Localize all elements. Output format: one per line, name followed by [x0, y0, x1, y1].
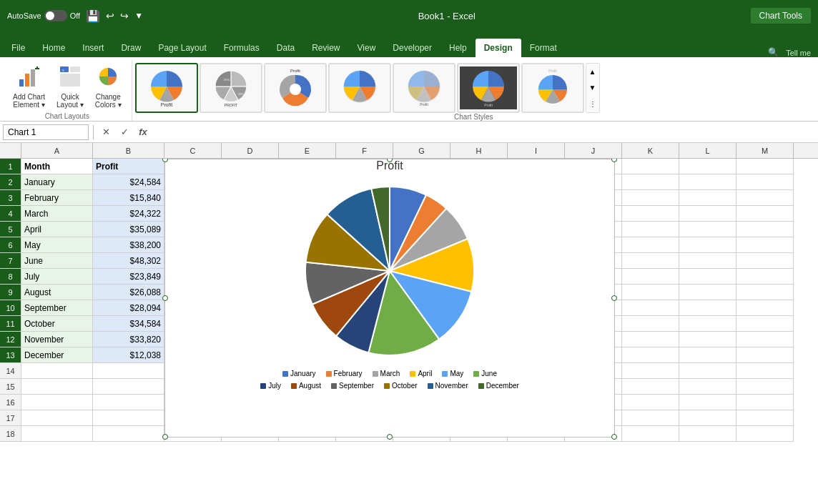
col-header-j[interactable]: J: [565, 143, 622, 158]
cell-m14[interactable]: [736, 363, 794, 379]
cell-b13[interactable]: $12,038: [93, 347, 164, 363]
cell-a8[interactable]: July: [21, 269, 93, 285]
cell-k11[interactable]: [622, 316, 679, 332]
col-header-h[interactable]: H: [450, 143, 508, 158]
cell-m17[interactable]: [736, 410, 794, 426]
cell-k3[interactable]: [622, 190, 679, 206]
cell-m4[interactable]: [736, 206, 794, 222]
cell-l4[interactable]: [679, 206, 736, 222]
chart-style-6[interactable]: Profit: [457, 63, 520, 113]
cell-l6[interactable]: [679, 237, 736, 253]
col-header-d[interactable]: D: [222, 143, 279, 158]
chart-overlay[interactable]: Profit JanuaryFebruaryMarchAprilMayJuneJ…: [164, 159, 615, 438]
chart-style-4[interactable]: [328, 63, 391, 113]
handle-bottom[interactable]: [387, 434, 393, 440]
cell-b9[interactable]: $26,088: [93, 285, 164, 300]
cell-m1[interactable]: [736, 159, 794, 174]
cell-b7[interactable]: $48,302: [93, 253, 164, 269]
function-button[interactable]: fx: [135, 124, 151, 140]
cell-k10[interactable]: [622, 300, 679, 316]
cell-a12[interactable]: November: [21, 332, 93, 347]
cell-k18[interactable]: [622, 426, 679, 442]
change-colors-button[interactable]: ChangeColors ▾: [91, 63, 126, 111]
cell-k5[interactable]: [622, 222, 679, 237]
col-header-b[interactable]: B: [93, 143, 164, 158]
tab-home[interactable]: Home: [34, 39, 74, 57]
handle-left[interactable]: [162, 295, 168, 301]
cell-m3[interactable]: [736, 190, 794, 206]
cell-a16[interactable]: [21, 395, 93, 410]
cell-a9[interactable]: August: [21, 285, 93, 300]
cancel-button[interactable]: ✕: [98, 124, 114, 140]
handle-bottom-left[interactable]: [162, 434, 168, 440]
cell-a11[interactable]: October: [21, 316, 93, 332]
tab-format[interactable]: Format: [521, 39, 566, 57]
cell-a5[interactable]: April: [21, 222, 93, 237]
cell-l10[interactable]: [679, 300, 736, 316]
cell-k1[interactable]: [622, 159, 679, 174]
cell-l2[interactable]: [679, 174, 736, 190]
col-header-g[interactable]: G: [393, 143, 450, 158]
tab-design[interactable]: Design: [475, 39, 521, 57]
tab-review[interactable]: Review: [303, 39, 348, 57]
cell-b17[interactable]: [93, 410, 164, 426]
col-header-l[interactable]: L: [679, 143, 736, 158]
confirm-button[interactable]: ✓: [117, 124, 132, 140]
cell-a6[interactable]: May: [21, 237, 93, 253]
cell-l15[interactable]: [679, 379, 736, 395]
tab-developer[interactable]: Developer: [384, 39, 440, 57]
scroll-down-icon[interactable]: ▼: [589, 84, 596, 92]
cell-m15[interactable]: [736, 379, 794, 395]
chart-style-1[interactable]: Profit: [135, 63, 198, 113]
cell-a18[interactable]: [21, 426, 93, 442]
chart-style-scroll[interactable]: ▲ ▼ ⋮: [586, 63, 600, 113]
cell-l14[interactable]: [679, 363, 736, 379]
cell-k14[interactable]: [622, 363, 679, 379]
cell-m11[interactable]: [736, 316, 794, 332]
cell-l11[interactable]: [679, 316, 736, 332]
cell-b1[interactable]: Profit: [93, 159, 164, 174]
cell-k8[interactable]: [622, 269, 679, 285]
cell-m7[interactable]: [736, 253, 794, 269]
tab-insert[interactable]: Insert: [74, 39, 112, 57]
cell-m16[interactable]: [736, 395, 794, 410]
customize-icon[interactable]: ▼: [134, 11, 143, 21]
save-icon[interactable]: 💾: [86, 9, 100, 23]
cell-a10[interactable]: September: [21, 300, 93, 316]
autosave-toggle[interactable]: [44, 10, 67, 21]
cell-k15[interactable]: [622, 379, 679, 395]
cell-k16[interactable]: [622, 395, 679, 410]
formula-input[interactable]: [154, 124, 815, 140]
col-header-k[interactable]: K: [622, 143, 679, 158]
cell-b4[interactable]: $24,322: [93, 206, 164, 222]
cell-l1[interactable]: [679, 159, 736, 174]
cell-b2[interactable]: $24,584: [93, 174, 164, 190]
cell-m12[interactable]: [736, 332, 794, 347]
cell-l5[interactable]: [679, 222, 736, 237]
cell-m8[interactable]: [736, 269, 794, 285]
cell-m18[interactable]: [736, 426, 794, 442]
cell-l13[interactable]: [679, 347, 736, 363]
cell-b16[interactable]: [93, 395, 164, 410]
cell-m6[interactable]: [736, 237, 794, 253]
cell-a7[interactable]: June: [21, 253, 93, 269]
scroll-more-icon[interactable]: ⋮: [589, 100, 596, 108]
tab-data[interactable]: Data: [268, 39, 303, 57]
redo-icon[interactable]: ↪: [120, 10, 129, 21]
cell-k17[interactable]: [622, 410, 679, 426]
cell-k9[interactable]: [622, 285, 679, 300]
chart-style-7[interactable]: Profit: [521, 63, 584, 113]
col-header-m[interactable]: M: [736, 143, 794, 158]
chart-style-2[interactable]: PROFIT 25% 20%: [199, 63, 262, 113]
cell-k6[interactable]: [622, 237, 679, 253]
cell-b3[interactable]: $15,840: [93, 190, 164, 206]
col-header-f[interactable]: F: [336, 143, 393, 158]
col-header-c[interactable]: C: [164, 143, 222, 158]
cell-a1[interactable]: Month: [21, 159, 93, 174]
cell-b15[interactable]: [93, 379, 164, 395]
cell-b6[interactable]: $38,200: [93, 237, 164, 253]
cell-b12[interactable]: $33,820: [93, 332, 164, 347]
cell-a14[interactable]: [21, 363, 93, 379]
cell-b10[interactable]: $28,094: [93, 300, 164, 316]
name-box[interactable]: [3, 124, 89, 140]
